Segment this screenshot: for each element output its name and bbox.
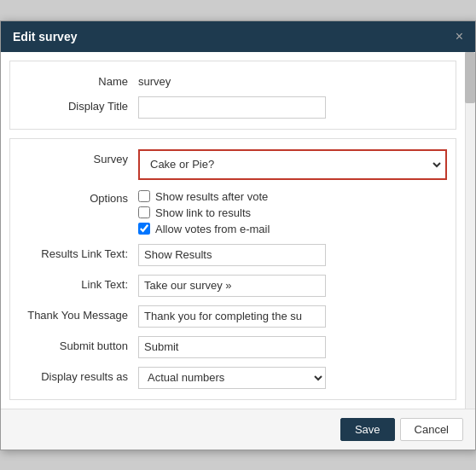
thank-you-row: Thank You Message [19,305,447,328]
modal-header: Edit survey × [1,21,475,52]
name-value: survey [138,72,171,88]
display-results-label: Display results as [19,367,138,383]
checkbox-allow-votes-email[interactable] [138,223,150,235]
display-results-row: Display results as Actual numbers [19,367,447,389]
checkbox3-row[interactable]: Allow votes from e-mail [138,223,270,235]
options-label: Options [19,189,138,205]
thank-you-input[interactable] [138,305,326,328]
edit-survey-modal: Edit survey × Name survey Display Title [0,20,476,450]
results-link-text-input[interactable] [138,244,326,266]
checkbox2-label: Show link to results [155,206,251,219]
results-link-text-row: Results Link Text: [19,244,447,266]
survey-row: Survey Cake or Pie? [19,149,447,180]
options-checkboxes: Show results after vote Show link to res… [138,189,270,235]
submit-button-row: Submit button [19,336,447,358]
submit-button-input[interactable] [138,336,326,358]
name-label: Name [19,72,138,88]
cancel-button[interactable]: Cancel [400,418,463,441]
modal-body: Name survey Display Title Survey Cake or… [1,52,475,409]
checkbox2-row[interactable]: Show link to results [138,206,270,219]
scrollbar[interactable] [465,52,475,409]
checkbox1-label: Show results after vote [155,190,268,203]
modal-footer: Save Cancel [1,409,475,450]
close-button[interactable]: × [456,30,463,44]
submit-button-label: Submit button [19,336,138,352]
display-results-select[interactable]: Actual numbers [138,367,326,389]
survey-select[interactable]: Cake or Pie? [142,153,444,177]
name-row: Name survey [19,72,447,88]
display-title-label: Display Title [19,96,138,113]
checkbox1-row[interactable]: Show results after vote [138,190,270,203]
link-text-input[interactable] [138,275,326,297]
display-title-row: Display Title [19,96,447,119]
checkbox-show-results-after-vote[interactable] [138,190,150,202]
checkbox-show-link-to-results[interactable] [138,206,150,218]
link-text-row: Link Text: [19,275,447,297]
survey-section: Survey Cake or Pie? Options Show results… [9,138,456,400]
scrollbar-thumb[interactable] [465,52,475,103]
thank-you-label: Thank You Message [19,305,138,322]
results-link-text-label: Results Link Text: [19,244,138,260]
link-text-label: Link Text: [19,275,138,291]
modal-title: Edit survey [13,30,77,44]
checkbox3-label: Allow votes from e-mail [155,223,270,235]
options-row: Options Show results after vote Show lin… [19,189,447,235]
display-title-input[interactable] [138,96,326,119]
survey-label: Survey [19,149,138,165]
save-button[interactable]: Save [340,418,395,441]
name-section: Name survey Display Title [9,61,456,130]
survey-select-wrapper: Cake or Pie? [138,149,447,180]
